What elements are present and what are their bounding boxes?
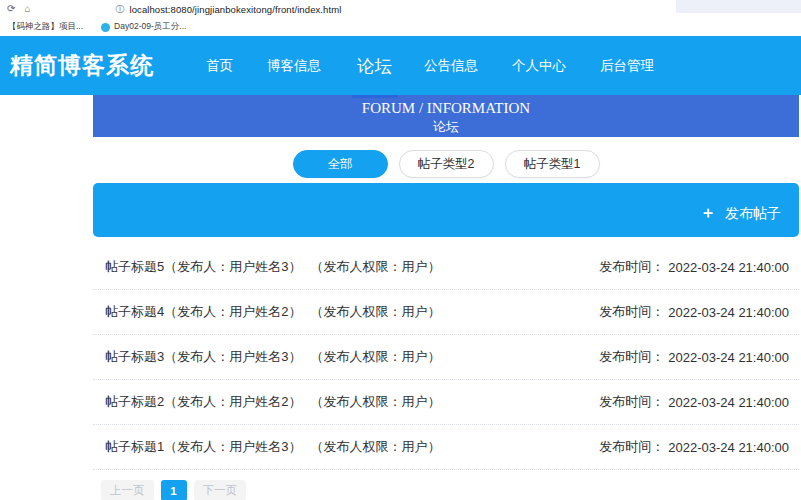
post-row[interactable]: 帖子标题2（发布人：用户姓名2） （发布人权限：用户） 发布时间： 2022-0…: [93, 380, 799, 425]
nav-item-announcements[interactable]: 公告信息: [422, 51, 480, 81]
post-title: 帖子标题1（发布人：用户姓名3）: [105, 438, 301, 456]
post-time-value: 2022-03-24 21:40:00: [668, 350, 789, 365]
post-time-label: 发布时间：: [599, 438, 664, 456]
nav-item-forum[interactable]: 论坛: [355, 48, 394, 84]
post-time-label: 发布时间：: [599, 393, 664, 411]
url-text[interactable]: localhost:8080/jingjianbokexitong/front/…: [129, 4, 341, 15]
pagination-next-button[interactable]: 下一页: [194, 480, 247, 500]
post-time-label: 发布时间：: [599, 348, 664, 366]
reload-icon[interactable]: ⟳: [7, 4, 15, 14]
post-time-label: 发布时间：: [599, 258, 664, 276]
pagination-page-1-button[interactable]: 1: [161, 480, 187, 500]
post-title: 帖子标题4（发布人：用户姓名2）: [105, 303, 301, 321]
publish-post-button[interactable]: ＋ 发布帖子: [700, 203, 781, 224]
post-row[interactable]: 帖子标题1（发布人：用户姓名3） （发布人权限：用户） 发布时间： 2022-0…: [93, 425, 799, 470]
banner-title-zh: 论坛: [93, 118, 799, 135]
nav-item-forum-label: 论坛: [357, 56, 392, 76]
site-header: 精简博客系统 首页 博客信息 论坛 公告信息 个人中心 后台管理: [0, 36, 801, 95]
bookmark-label: 【码神之路】项目...: [8, 21, 83, 33]
active-nav-underline: [352, 95, 398, 98]
bookmarks-bar: 【码神之路】项目... Day02-09-员工分...: [0, 18, 801, 36]
post-type-filters: 全部 帖子类型2 帖子类型1: [93, 150, 799, 178]
bookmark-label: Day02-09-员工分...: [114, 21, 186, 33]
site-title: 精简博客系统: [10, 50, 154, 81]
nav-item-home[interactable]: 首页: [204, 51, 235, 81]
publish-post-label: 发布帖子: [725, 205, 781, 223]
home-icon[interactable]: ⌂: [24, 4, 30, 14]
post-time-value: 2022-03-24 21:40:00: [668, 305, 789, 320]
filter-type2-button[interactable]: 帖子类型2: [399, 150, 494, 178]
post-time-label: 发布时间：: [599, 303, 664, 321]
nav-item-blog-info[interactable]: 博客信息: [265, 51, 323, 81]
post-permission: （发布人权限：用户）: [310, 348, 440, 366]
post-time-value: 2022-03-24 21:40:00: [668, 440, 789, 455]
pagination-prev-button[interactable]: 上一页: [101, 480, 154, 500]
action-bar: ＋ 发布帖子: [93, 183, 799, 237]
post-permission: （发布人权限：用户）: [310, 303, 440, 321]
post-list: 帖子标题5（发布人：用户姓名3） （发布人权限：用户） 发布时间： 2022-0…: [93, 245, 799, 470]
nav-item-admin[interactable]: 后台管理: [598, 51, 656, 81]
toolbar-right-area: [676, 0, 801, 13]
bookmark-favicon-icon: [101, 23, 110, 32]
post-permission: （发布人权限：用户）: [310, 438, 440, 456]
post-permission: （发布人权限：用户）: [310, 393, 440, 411]
forum-banner: FORUM / INFORMATION 论坛: [93, 95, 799, 137]
banner-title-en: FORUM / INFORMATION: [93, 98, 799, 118]
info-icon[interactable]: ⓘ: [115, 3, 124, 16]
post-title: 帖子标题5（发布人：用户姓名3）: [105, 258, 301, 276]
filter-type1-button[interactable]: 帖子类型1: [505, 150, 600, 178]
browser-toolbar: ⟳ ⌂ ⓘ localhost:8080/jingjianbokexitong/…: [0, 0, 801, 18]
url-bar[interactable]: ⓘ localhost:8080/jingjianbokexitong/fron…: [115, 3, 341, 16]
post-time-value: 2022-03-24 21:40:00: [668, 395, 789, 410]
post-title: 帖子标题2（发布人：用户姓名2）: [105, 393, 301, 411]
post-time-value: 2022-03-24 21:40:00: [668, 260, 789, 275]
plus-icon: ＋: [700, 203, 716, 224]
filter-all-button[interactable]: 全部: [293, 150, 388, 178]
post-row[interactable]: 帖子标题5（发布人：用户姓名3） （发布人权限：用户） 发布时间： 2022-0…: [93, 245, 799, 290]
post-title: 帖子标题3（发布人：用户姓名3）: [105, 348, 301, 366]
nav-item-personal-center[interactable]: 个人中心: [510, 51, 568, 81]
main-nav: 首页 博客信息 论坛 公告信息 个人中心 后台管理: [204, 48, 686, 84]
browser-chrome: ⟳ ⌂ ⓘ localhost:8080/jingjianbokexitong/…: [0, 0, 801, 36]
post-permission: （发布人权限：用户）: [310, 258, 440, 276]
post-row[interactable]: 帖子标题3（发布人：用户姓名3） （发布人权限：用户） 发布时间： 2022-0…: [93, 335, 799, 380]
bookmark-item[interactable]: Day02-09-员工分...: [101, 21, 186, 33]
page-content: FORUM / INFORMATION 论坛 全部 帖子类型2 帖子类型1 ＋ …: [93, 95, 799, 500]
bookmark-item[interactable]: 【码神之路】项目...: [8, 21, 83, 33]
post-row[interactable]: 帖子标题4（发布人：用户姓名2） （发布人权限：用户） 发布时间： 2022-0…: [93, 290, 799, 335]
pagination: 上一页 1 下一页: [93, 480, 799, 500]
